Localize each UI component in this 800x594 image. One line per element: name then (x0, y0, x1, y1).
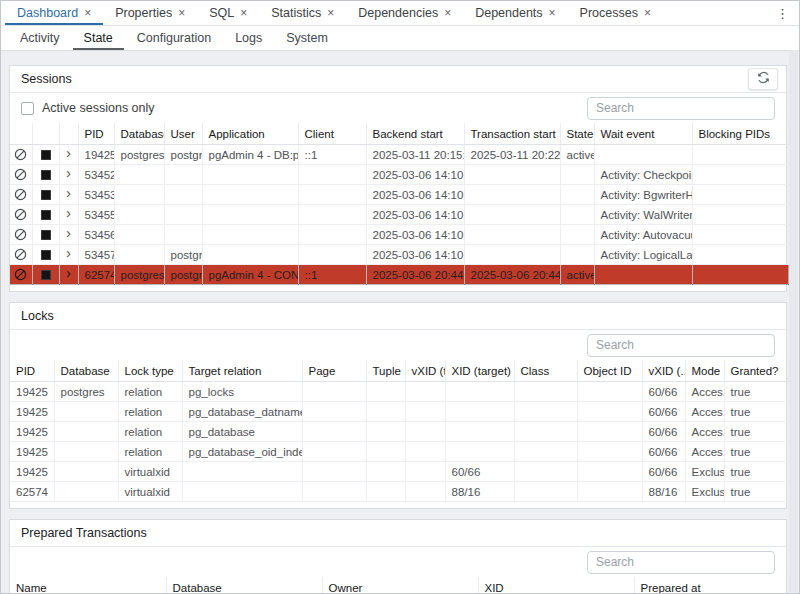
close-tab-icon[interactable]: × (444, 7, 451, 19)
sessions-search-input[interactable] (587, 97, 775, 120)
table-row[interactable]: 19425relationpg_database_oid_index60/66A… (10, 442, 788, 462)
cancel-cell[interactable] (10, 145, 32, 165)
table-row[interactable]: ›19425postgrespostgr...pgAdmin 4 - DB:po… (10, 145, 788, 165)
table-row[interactable]: ›534522025-03-06 14:10:11 ...Activity: C… (10, 165, 788, 185)
cancel-session-icon[interactable] (14, 228, 27, 241)
cancel-session-icon[interactable] (14, 248, 27, 261)
stop-cell[interactable] (32, 205, 59, 225)
column-header[interactable]: Mode (685, 360, 724, 382)
cancel-cell[interactable] (10, 245, 32, 265)
column-header[interactable]: Wait event (594, 123, 692, 145)
expand-row-icon[interactable]: › (66, 148, 71, 158)
expand-row-icon[interactable]: › (66, 168, 71, 178)
column-header[interactable]: Database (166, 577, 322, 594)
cancel-session-icon[interactable] (14, 208, 27, 221)
terminate-session-icon[interactable] (41, 210, 51, 220)
expand-cell[interactable]: › (59, 145, 78, 165)
cancel-session-icon[interactable] (14, 188, 27, 201)
column-header[interactable]: State (560, 123, 594, 145)
column-header[interactable]: Client (298, 123, 366, 145)
close-tab-icon[interactable]: × (178, 7, 185, 19)
close-tab-icon[interactable]: × (549, 7, 556, 19)
tab-sql[interactable]: SQL× (197, 1, 259, 25)
column-header[interactable]: Prepared at (634, 577, 788, 594)
table-row[interactable]: 19425relationpg_database60/66Acces...tru… (10, 422, 788, 442)
column-header[interactable]: Transaction start (464, 123, 560, 145)
expand-row-icon[interactable]: › (66, 248, 71, 258)
expand-cell[interactable]: › (59, 205, 78, 225)
table-row[interactable]: 19425postgresrelationpg_locks60/66Acces.… (10, 382, 788, 402)
subtab-logs[interactable]: Logs (224, 26, 273, 50)
table-row[interactable]: ›53457postgr...2025-03-06 14:10:11 ...Ac… (10, 245, 788, 265)
table-row[interactable]: ›62574postgrespostgr...pgAdmin 4 - CONN:… (10, 265, 788, 285)
subtab-activity[interactable]: Activity (9, 26, 71, 50)
tab-dependents[interactable]: Dependents× (463, 1, 567, 25)
column-header[interactable]: Owner (322, 577, 478, 594)
terminate-session-icon[interactable] (41, 150, 51, 160)
expand-row-icon[interactable]: › (66, 228, 71, 238)
prepared-search-input[interactable] (587, 551, 775, 574)
terminate-session-icon[interactable] (41, 250, 51, 260)
column-header[interactable]: XID (target) (445, 360, 514, 382)
table-row[interactable]: 62574virtualxid88/1688/16Exclusi...true (10, 482, 788, 502)
expand-row-icon[interactable]: › (66, 188, 71, 198)
cancel-cell[interactable] (10, 225, 32, 245)
cancel-session-icon[interactable] (14, 148, 27, 161)
column-header[interactable]: vXID (... (642, 360, 685, 382)
expand-cell[interactable]: › (59, 185, 78, 205)
locks-search-input[interactable] (587, 334, 775, 357)
terminate-session-icon[interactable] (41, 270, 51, 280)
column-header[interactable]: Database (54, 360, 118, 382)
column-header[interactable]: PID (78, 123, 114, 145)
refresh-button[interactable] (748, 68, 778, 90)
subtab-configuration[interactable]: Configuration (126, 26, 222, 50)
column-header[interactable]: Target relation (182, 360, 302, 382)
stop-cell[interactable] (32, 245, 59, 265)
column-header[interactable]: vXID (t... (405, 360, 445, 382)
table-row[interactable]: 19425virtualxid60/6660/66Exclusi...true (10, 462, 788, 482)
column-header[interactable]: Lock type (118, 360, 182, 382)
table-row[interactable]: ›534562025-03-06 14:10:11 ...Activity: A… (10, 225, 788, 245)
column-header[interactable]: User (164, 123, 202, 145)
column-header[interactable]: Page (302, 360, 366, 382)
terminate-session-icon[interactable] (41, 170, 51, 180)
column-header[interactable]: Object ID (577, 360, 642, 382)
stop-cell[interactable] (32, 265, 59, 285)
active-sessions-only-toggle[interactable]: Active sessions only (21, 101, 155, 115)
kebab-menu-icon[interactable]: ⋮ (766, 1, 799, 25)
subtab-system[interactable]: System (275, 26, 339, 50)
tab-statistics[interactable]: Statistics× (259, 1, 346, 25)
close-tab-icon[interactable]: × (84, 7, 91, 19)
tab-dashboard[interactable]: Dashboard× (5, 1, 103, 25)
tab-properties[interactable]: Properties× (103, 1, 197, 25)
expand-cell[interactable]: › (59, 265, 78, 285)
column-header[interactable]: Database (114, 123, 164, 145)
cancel-cell[interactable] (10, 165, 32, 185)
stop-cell[interactable] (32, 165, 59, 185)
terminate-session-icon[interactable] (41, 230, 51, 240)
expand-row-icon[interactable]: › (66, 208, 71, 218)
cancel-cell[interactable] (10, 185, 32, 205)
column-header[interactable]: Granted? (724, 360, 788, 382)
terminate-session-icon[interactable] (41, 190, 51, 200)
column-header[interactable]: Class (514, 360, 577, 382)
stop-cell[interactable] (32, 185, 59, 205)
cancel-session-icon[interactable] (14, 268, 27, 281)
tab-processes[interactable]: Processes× (568, 1, 663, 25)
column-header[interactable]: Application (202, 123, 298, 145)
close-tab-icon[interactable]: × (327, 7, 334, 19)
active-sessions-checkbox[interactable] (21, 102, 34, 115)
expand-cell[interactable]: › (59, 245, 78, 265)
cancel-cell[interactable] (10, 205, 32, 225)
cancel-cell[interactable] (10, 265, 32, 285)
column-header[interactable]: Tuple (366, 360, 405, 382)
column-header[interactable]: PID (10, 360, 54, 382)
cancel-session-icon[interactable] (14, 168, 27, 181)
table-row[interactable]: 19425relationpg_database_datname_ind...6… (10, 402, 788, 422)
table-row[interactable]: ›534532025-03-06 14:10:11 ...Activity: B… (10, 185, 788, 205)
close-tab-icon[interactable]: × (644, 7, 651, 19)
expand-cell[interactable]: › (59, 225, 78, 245)
column-header[interactable]: XID (478, 577, 634, 594)
close-tab-icon[interactable]: × (240, 7, 247, 19)
stop-cell[interactable] (32, 145, 59, 165)
